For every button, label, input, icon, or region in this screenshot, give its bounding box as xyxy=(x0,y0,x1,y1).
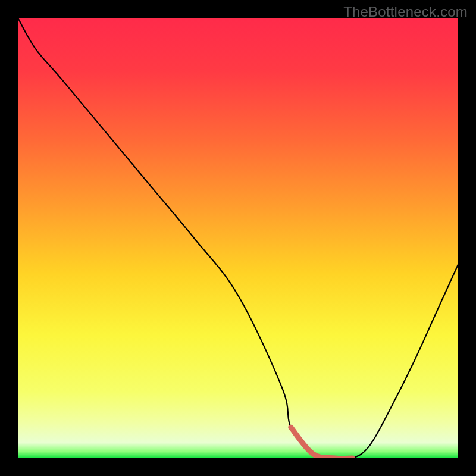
plot-area xyxy=(18,18,458,458)
optimal-range-marker xyxy=(291,427,353,458)
curve-layer xyxy=(18,18,458,458)
watermark-text: TheBottleneck.com xyxy=(343,4,468,20)
bottleneck-curve xyxy=(18,18,458,458)
chart-frame: TheBottleneck.com xyxy=(0,0,476,476)
